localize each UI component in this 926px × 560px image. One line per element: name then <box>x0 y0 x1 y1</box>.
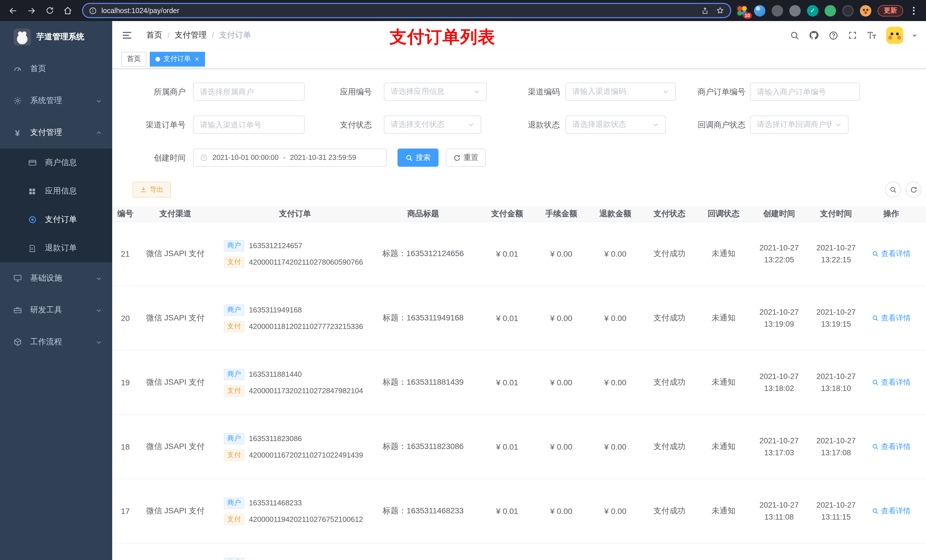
pay-tag: 支付 <box>224 321 244 332</box>
merchant-order-no-input[interactable] <box>750 83 860 101</box>
cell-pay-time: 2021-10-2713:19:15 <box>808 306 864 330</box>
reset-button[interactable]: 重置 <box>446 148 486 167</box>
export-button-label: 导出 <box>150 185 163 194</box>
date-start[interactable]: 2021-10-01 00:00:00 <box>212 154 278 162</box>
back-icon[interactable] <box>6 3 21 18</box>
extension-drop-icon[interactable] <box>754 5 766 16</box>
merchant-tag: 商户 <box>224 433 244 444</box>
cell-notify-status: 未通知 <box>696 506 750 516</box>
help-icon[interactable] <box>828 30 838 41</box>
export-button[interactable]: 导出 <box>133 181 171 198</box>
sidebar-item-home[interactable]: 首页 <box>0 53 112 85</box>
sidebar-item-merchant-info[interactable]: 商户信息 <box>0 148 112 177</box>
refresh-icon[interactable] <box>42 3 57 18</box>
col-header-refund-amount: 退款金额 <box>588 208 642 219</box>
toggle-search-button[interactable] <box>885 181 901 198</box>
range-separator: - <box>283 154 285 162</box>
cell-pay-time: 2021-10-2713:18:10 <box>808 370 864 394</box>
filter-label-pay-status: 支付状态 <box>306 116 372 134</box>
extension-check-icon[interactable]: ✓ <box>807 5 819 16</box>
update-button[interactable]: 更新 <box>878 5 903 16</box>
home-icon[interactable] <box>61 3 75 18</box>
sidebar-item-infrastructure[interactable]: 基础设施 <box>0 263 112 294</box>
browser-profile-avatar[interactable] <box>860 5 872 16</box>
orders-table: 编号 支付渠道 支付订单 商品标题 支付金额 手续金额 退款金额 支付状态 回调… <box>112 206 926 560</box>
site-info-icon[interactable] <box>89 6 97 15</box>
extension-globe-icon[interactable] <box>789 5 801 16</box>
sidebar-item-pay-order[interactable]: 支付订单 <box>0 205 112 234</box>
notify-status-select[interactable]: 请选择订单回调商户状态 <box>750 116 849 134</box>
grid-icon <box>27 186 37 196</box>
view-detail-link[interactable]: 查看详情 <box>872 506 911 516</box>
cell-create-time: 2021-10-2713:22:05 <box>750 242 808 266</box>
bookmark-star-icon[interactable] <box>716 6 725 15</box>
forward-icon[interactable] <box>24 3 39 18</box>
col-header-fee-amount: 手续金额 <box>534 208 588 219</box>
sidebar-item-payment[interactable]: ¥ 支付管理 <box>0 117 112 148</box>
magnifier-icon <box>872 379 879 386</box>
app-logo[interactable]: 芋道管理系统 <box>0 21 112 53</box>
sidebar-item-devtools[interactable]: 研发工具 <box>0 294 112 326</box>
view-detail-link[interactable]: 查看详情 <box>872 313 911 323</box>
app-filter-select[interactable]: 请选择应用信息 <box>384 83 487 101</box>
search-button-label: 搜索 <box>416 152 431 163</box>
extension-chat-icon[interactable] <box>825 5 836 16</box>
chevron-up-icon <box>96 130 102 136</box>
table-header: 编号 支付渠道 支付订单 商品标题 支付金额 手续金额 退款金额 支付状态 回调… <box>112 206 926 222</box>
sidebar-item-app-info[interactable]: 应用信息 <box>0 177 112 205</box>
filter-label-channel-code: 渠道编码 <box>494 83 560 101</box>
hamburger-icon[interactable] <box>121 30 133 41</box>
extension-pinwheel-icon[interactable] <box>842 5 854 16</box>
pay-tag: 支付 <box>224 385 244 396</box>
extension-circle-icon[interactable] <box>772 5 783 16</box>
cell-order: 商户1635311881440支付42000011732021102728479… <box>212 366 366 399</box>
chevron-down-icon <box>96 339 102 345</box>
extension-colorful-icon[interactable]: 10 <box>736 5 748 16</box>
sidebar-item-workflow[interactable]: 工作流程 <box>0 326 112 358</box>
sidebar-item-label: 工作流程 <box>30 337 62 347</box>
cube-icon <box>12 337 22 347</box>
table-row: 17微信 JSAPI 支付商户1635311468233支付4200001194… <box>112 479 926 543</box>
refund-status-select[interactable]: 请选择退款状态 <box>566 116 666 134</box>
sidebar-item-system[interactable]: 系统管理 <box>0 85 112 117</box>
table-row-partial: 商户 1635311151796 <box>112 543 926 560</box>
channel-order-no-input[interactable] <box>193 116 305 134</box>
cell-notify-status: 未通知 <box>696 377 750 388</box>
share-icon[interactable] <box>701 6 709 15</box>
merchant-filter-input[interactable] <box>193 83 305 101</box>
cell-fee-amount: ¥ 0.00 <box>534 378 588 387</box>
merchant-tag: 商户 <box>224 368 244 380</box>
payment-submenu: 商户信息 应用信息 支付订单 <box>0 148 112 263</box>
page-content: 所属商户 应用编号 请选择应用信息 渠道编码 请输入渠道编码 商户订单编号 <box>112 69 926 560</box>
view-detail-link[interactable]: 查看详情 <box>872 442 911 452</box>
tab-home[interactable]: 首页 <box>121 51 146 66</box>
select-placeholder: 请选择订单回调商户状态 <box>757 119 831 130</box>
col-header-pay-time: 支付时间 <box>808 208 864 220</box>
date-end[interactable]: 2021-10-31 23:59:59 <box>290 154 356 162</box>
fullscreen-icon[interactable] <box>847 30 858 41</box>
channel-code-select[interactable]: 请输入渠道编码 <box>566 83 676 101</box>
refresh-table-button[interactable] <box>905 181 921 198</box>
github-icon[interactable] <box>809 30 819 41</box>
search-button[interactable]: 搜索 <box>398 148 439 167</box>
view-detail-link[interactable]: 查看详情 <box>872 377 911 388</box>
pay-tag: 支付 <box>224 514 244 525</box>
view-detail-link[interactable]: 查看详情 <box>872 249 911 259</box>
create-time-range-input[interactable]: 2021-10-01 00:00:00 - 2021-10-31 23:59:5… <box>193 148 387 167</box>
search-icon[interactable] <box>789 30 800 41</box>
caret-down-icon[interactable] <box>912 35 917 39</box>
sidebar-item-refund-order[interactable]: 退款订单 <box>0 234 112 263</box>
pay-status-select[interactable]: 请选择支付状态 <box>384 116 481 134</box>
url-text[interactable]: localhost:1024/pay/order <box>101 6 701 15</box>
address-bar[interactable]: localhost:1024/pay/order <box>82 3 731 18</box>
browser-menu-icon[interactable] <box>909 4 918 17</box>
close-icon[interactable]: × <box>195 55 199 63</box>
cell-channel: 微信 JSAPI 支付 <box>138 249 212 259</box>
logo-avatar <box>14 29 31 45</box>
cell-title: 标题：1635311949168 <box>366 313 480 323</box>
font-size-icon[interactable] <box>867 30 877 41</box>
breadcrumb-payment[interactable]: 支付管理 <box>175 30 207 41</box>
breadcrumb-home[interactable]: 首页 <box>146 30 162 41</box>
tab-pay-order[interactable]: 支付订单 × <box>150 51 205 66</box>
user-avatar[interactable] <box>886 27 903 44</box>
